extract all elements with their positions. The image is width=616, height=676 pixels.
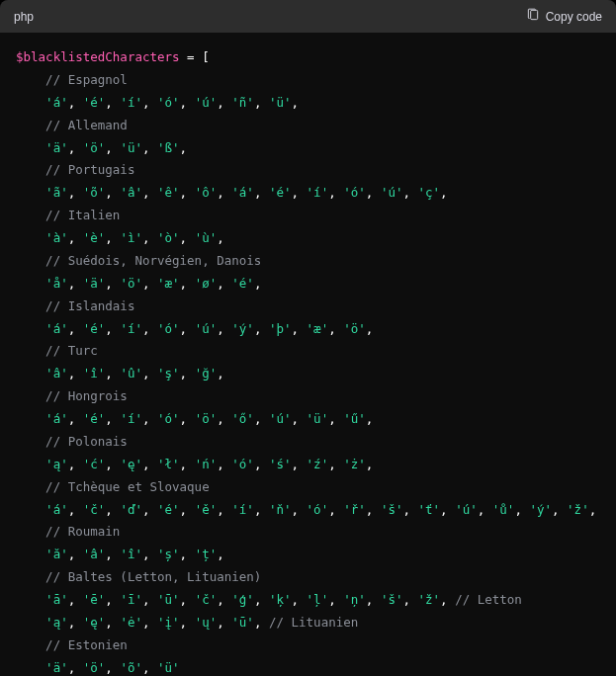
code-content: $blacklistedCharacters = [ // Espagnol '… [0, 33, 616, 676]
language-badge: php [14, 10, 34, 24]
copy-label: Copy code [546, 10, 602, 24]
copy-code-button[interactable]: Copy code [526, 8, 602, 25]
code-header: php Copy code [0, 0, 616, 33]
svg-rect-0 [530, 10, 537, 19]
code-block: php Copy code $blacklistedCharacters = [… [0, 0, 616, 676]
clipboard-icon [526, 8, 540, 25]
